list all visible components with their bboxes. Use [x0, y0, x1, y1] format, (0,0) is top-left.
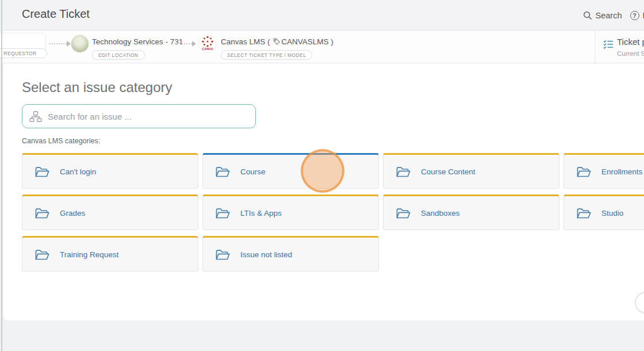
category-label: Enrollments	[601, 167, 642, 176]
categories-label: Canvas LMS categories:	[22, 137, 100, 145]
window-left-edge	[1, 0, 2, 351]
click-highlight-circle	[301, 149, 344, 193]
select-ticket-type-button[interactable]: SELECT TICKET TYPE / MODEL	[221, 49, 312, 60]
folder-icon	[576, 207, 592, 219]
help-icon: ?	[630, 11, 639, 20]
page-header: Create Ticket Search ? H	[2, 0, 644, 30]
tag-icon	[273, 38, 280, 45]
location-avatar	[71, 35, 89, 52]
help-button[interactable]: ? H	[630, 11, 644, 20]
category-label: Course	[240, 167, 266, 176]
category-label: Issue not listed	[240, 250, 292, 259]
category-label: Grades	[60, 209, 85, 218]
folder-icon	[34, 166, 50, 178]
category-card[interactable]: Course Content	[383, 153, 559, 189]
ticket-progress-icon	[603, 39, 614, 49]
workflow-arrow-icon	[49, 41, 71, 47]
category-card[interactable]: Enrollments	[564, 153, 644, 189]
sitemap-icon	[29, 111, 42, 122]
location-name: Technology Services - 731	[92, 37, 183, 46]
category-label: Course Content	[421, 167, 476, 176]
folder-icon	[34, 249, 50, 261]
edit-location-button[interactable]: EDIT LOCATION	[92, 49, 145, 60]
workflow-bar: REQUESTOR Technology Services - 731 EDIT…	[2, 30, 644, 63]
folder-icon	[576, 166, 592, 178]
folder-icon	[215, 207, 231, 219]
folder-icon	[34, 207, 50, 219]
search-icon	[583, 11, 592, 20]
header-actions: Search ? H	[583, 0, 644, 30]
category-card[interactable]: Sandboxes	[383, 194, 559, 230]
svg-text:CANVA: CANVA	[202, 47, 213, 51]
page-title: Create Ticket	[22, 7, 90, 21]
issue-category-heading: Select an issue category	[22, 79, 172, 96]
category-card[interactable]: Can't login	[22, 153, 198, 189]
service-name: Canvas LMS ( CANVASLMS )	[221, 37, 334, 46]
ticket-progress-title: Ticket pr	[617, 37, 644, 47]
workflow-arrow-icon	[175, 41, 196, 47]
requestor-badge[interactable]: REQUESTOR	[0, 48, 47, 58]
issue-search-box[interactable]	[22, 104, 256, 128]
category-label: Can't login	[60, 167, 96, 176]
ticket-progress-panel[interactable]: Ticket pr Current Ste	[595, 30, 644, 63]
create-ticket-page: Create Ticket Search ? H REQUESTOR	[0, 0, 644, 351]
ticket-progress-subtitle: Current Ste	[617, 50, 644, 57]
canvas-logo-icon: CANVA	[199, 35, 216, 52]
folder-icon	[215, 166, 231, 178]
category-card[interactable]: Training Request	[22, 236, 198, 272]
category-card[interactable]: Studio	[564, 194, 644, 230]
category-card[interactable]: Course	[202, 153, 379, 189]
category-card[interactable]: LTIs & Apps	[202, 194, 379, 230]
search-label: Search	[596, 11, 622, 20]
folder-icon	[396, 166, 411, 178]
category-label: Studio	[601, 209, 623, 218]
category-card[interactable]: Grades	[22, 194, 198, 230]
category-label: LTIs & Apps	[240, 209, 282, 218]
folder-icon	[396, 207, 411, 219]
global-search-button[interactable]: Search	[583, 11, 622, 20]
category-card[interactable]: Issue not listed	[202, 236, 379, 272]
issue-search-input[interactable]	[48, 112, 248, 121]
folder-icon	[215, 249, 231, 261]
category-label: Sandboxes	[421, 209, 460, 218]
category-label: Training Request	[60, 250, 118, 259]
